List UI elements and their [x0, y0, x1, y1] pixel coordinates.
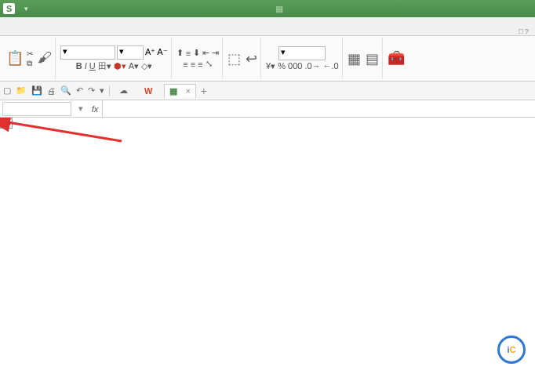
- comma-icon[interactable]: 000: [288, 61, 302, 71]
- dropdown-icon[interactable]: ▼: [23, 5, 29, 13]
- merge-group: ⬚ ↩: [224, 38, 261, 79]
- redo-icon[interactable]: ↷: [88, 85, 95, 96]
- table-style-icon[interactable]: ▤: [366, 50, 379, 67]
- save-icon[interactable]: 💾: [31, 85, 42, 96]
- watermark: iC: [497, 336, 529, 364]
- document-icon: ▦: [275, 4, 283, 13]
- font-size-select[interactable]: ▾: [117, 45, 144, 60]
- autofill-options-button[interactable]: ▦▾: [0, 118, 13, 129]
- print-icon[interactable]: 🖨: [47, 86, 56, 96]
- format-painter-icon[interactable]: 🖌: [38, 49, 52, 66]
- percent-icon[interactable]: %: [278, 61, 286, 71]
- tab-cloud[interactable]: ☁: [115, 84, 135, 97]
- copy-button[interactable]: ⧉: [27, 59, 35, 68]
- font-group: ▾ ▾ A⁺ A⁻ B I U 田▾ ⬢▾ A▾ ◇▾: [57, 38, 172, 79]
- help-icon[interactable]: □ ?: [519, 27, 529, 35]
- sheet-icon: ▦: [169, 86, 177, 96]
- annotation-arrow: [0, 118, 126, 149]
- tab-file-active[interactable]: ▦×: [164, 84, 195, 98]
- indent-decrease-icon[interactable]: ⇤: [202, 48, 209, 58]
- italic-button[interactable]: I: [85, 61, 87, 71]
- spreadsheet-grid[interactable]: ▦▾: [0, 118, 535, 392]
- wps-w-icon: W: [144, 86, 152, 96]
- align-bottom-icon[interactable]: ⬇: [193, 48, 200, 58]
- menu-bar: □ ?: [0, 17, 535, 36]
- autofill-context-menu: [0, 118, 2, 125]
- smart-toolbox-icon[interactable]: 🧰: [388, 49, 405, 67]
- quick-access-bar: ▢ 📁 💾 🖨 🔍 ↶ ↷ ▾ ☁ W ▦× +: [0, 82, 535, 100]
- fill-color-button[interactable]: ⬢▾: [114, 61, 126, 71]
- merge-icon[interactable]: ⬚: [227, 50, 241, 67]
- clipboard-group: 📋 ✂ ⧉ 🖌: [3, 38, 56, 79]
- underline-button[interactable]: U: [89, 61, 96, 71]
- decimal-inc-icon[interactable]: .0→: [304, 61, 320, 71]
- cloud-icon: ☁: [119, 85, 128, 96]
- align-center-icon[interactable]: ≡: [191, 60, 195, 69]
- wrap-icon[interactable]: ↩: [246, 50, 257, 67]
- align-left-icon[interactable]: ≡: [183, 60, 187, 69]
- number-format-select[interactable]: ▾: [278, 46, 326, 60]
- wps-logo-icon: S: [3, 3, 15, 14]
- close-tab-icon[interactable]: ×: [185, 86, 190, 96]
- window-title: ▦: [29, 4, 532, 14]
- border-button[interactable]: 田▾: [98, 60, 111, 72]
- orientation-icon[interactable]: ⤡: [206, 59, 213, 69]
- font-color-button[interactable]: A▾: [129, 61, 139, 71]
- preview-icon[interactable]: 🔍: [60, 85, 71, 96]
- svg-line-1: [8, 122, 122, 141]
- cond-format-icon[interactable]: ▦: [348, 50, 361, 67]
- formula-bar: ▾ fx: [0, 100, 535, 118]
- align-top-icon[interactable]: ⬆: [177, 48, 184, 58]
- align-right-icon[interactable]: ≡: [198, 60, 202, 69]
- tab-mywps[interactable]: W: [140, 85, 159, 97]
- paste-icon[interactable]: 📋: [6, 49, 24, 67]
- name-box[interactable]: [2, 102, 71, 116]
- align-group: ⬆ ≡ ⬇ ⇤ ⇥ ≡ ≡ ≡ ⤡: [173, 38, 223, 79]
- new-tab-button[interactable]: +: [201, 85, 207, 97]
- clear-format-button[interactable]: ◇▾: [141, 61, 152, 71]
- ribbon: 📋 ✂ ⧉ 🖌 ▾ ▾ A⁺ A⁻ B I U 田▾ ⬢▾ A: [0, 36, 535, 82]
- cancel-icon[interactable]: ▾: [74, 103, 88, 114]
- styles-group: ▦ ▤: [344, 38, 383, 79]
- more-icon[interactable]: ▾: [100, 85, 104, 96]
- separator: [109, 85, 110, 96]
- indent-increase-icon[interactable]: ⇥: [212, 48, 219, 58]
- increase-font-icon[interactable]: A⁺: [145, 47, 155, 57]
- decrease-font-icon[interactable]: A⁻: [157, 47, 167, 57]
- undo-icon[interactable]: ↶: [76, 85, 83, 96]
- smart-group: 🧰: [384, 38, 408, 79]
- cut-button[interactable]: ✂: [27, 49, 35, 58]
- align-middle-icon[interactable]: ≡: [186, 49, 191, 58]
- currency-icon[interactable]: ¥▾: [266, 61, 275, 71]
- bold-button[interactable]: B: [76, 61, 82, 71]
- new-icon[interactable]: ▢: [3, 85, 11, 96]
- fx-icon[interactable]: fx: [88, 104, 102, 114]
- open-icon[interactable]: 📁: [16, 85, 27, 96]
- number-group: ▾ ¥▾ % 000 .0→ ←.0: [263, 38, 343, 79]
- decimal-dec-icon[interactable]: ←.0: [323, 61, 339, 71]
- title-bar: S ▼ ▦: [0, 0, 535, 17]
- formula-input[interactable]: [102, 100, 535, 117]
- font-family-select[interactable]: ▾: [60, 45, 115, 60]
- watermark-logo-icon: iC: [497, 336, 526, 364]
